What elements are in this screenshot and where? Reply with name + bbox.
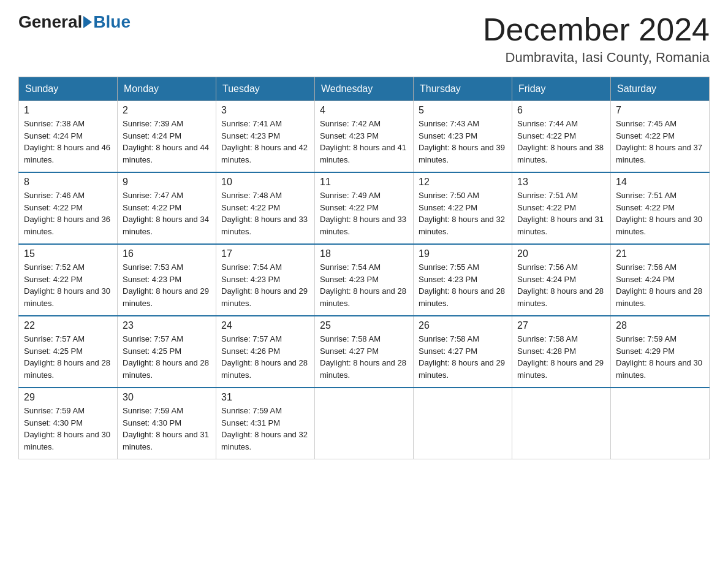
calendar-table: SundayMondayTuesdayWednesdayThursdayFrid… [18, 77, 710, 459]
calendar-cell [315, 388, 414, 459]
calendar-cell [611, 388, 710, 459]
day-info: Sunrise: 7:59 AMSunset: 4:30 PMDaylight:… [123, 405, 211, 453]
title-area: December 2024 Dumbravita, Iasi County, R… [483, 12, 710, 66]
day-number: 12 [419, 177, 507, 188]
week-row-3: 15Sunrise: 7:52 AMSunset: 4:22 PMDayligh… [19, 244, 710, 316]
day-info: Sunrise: 7:50 AMSunset: 4:22 PMDaylight:… [419, 190, 507, 237]
day-info: Sunrise: 7:59 AMSunset: 4:29 PMDaylight:… [616, 333, 704, 381]
calendar-cell: 9Sunrise: 7:47 AMSunset: 4:22 PMDaylight… [118, 172, 216, 244]
calendar-cell: 30Sunrise: 7:59 AMSunset: 4:30 PMDayligh… [118, 388, 216, 459]
day-info: Sunrise: 7:56 AMSunset: 4:24 PMDaylight:… [616, 261, 704, 309]
calendar-cell: 18Sunrise: 7:54 AMSunset: 4:23 PMDayligh… [315, 244, 414, 316]
weekday-header-sunday: Sunday [19, 77, 118, 101]
logo-general-text: General [18, 12, 82, 32]
day-info: Sunrise: 7:38 AMSunset: 4:24 PMDaylight:… [24, 118, 112, 166]
day-number: 28 [616, 320, 704, 331]
day-info: Sunrise: 7:54 AMSunset: 4:23 PMDaylight:… [221, 261, 309, 309]
calendar-cell: 31Sunrise: 7:59 AMSunset: 4:31 PMDayligh… [216, 388, 315, 459]
calendar-cell: 27Sunrise: 7:58 AMSunset: 4:28 PMDayligh… [512, 316, 611, 388]
day-number: 20 [517, 248, 605, 259]
day-number: 9 [123, 177, 211, 188]
day-number: 13 [517, 177, 605, 188]
day-number: 1 [24, 105, 112, 116]
day-number: 10 [221, 177, 309, 188]
day-info: Sunrise: 7:46 AMSunset: 4:22 PMDaylight:… [24, 190, 112, 237]
day-info: Sunrise: 7:57 AMSunset: 4:25 PMDaylight:… [123, 333, 211, 381]
day-number: 2 [123, 105, 211, 116]
day-info: Sunrise: 7:51 AMSunset: 4:22 PMDaylight:… [616, 190, 704, 237]
day-info: Sunrise: 7:59 AMSunset: 4:30 PMDaylight:… [24, 405, 112, 453]
calendar-cell: 20Sunrise: 7:56 AMSunset: 4:24 PMDayligh… [512, 244, 611, 316]
calendar-cell: 10Sunrise: 7:48 AMSunset: 4:22 PMDayligh… [216, 172, 315, 244]
day-info: Sunrise: 7:54 AMSunset: 4:23 PMDaylight:… [320, 261, 408, 309]
calendar-cell: 24Sunrise: 7:57 AMSunset: 4:26 PMDayligh… [216, 316, 315, 388]
day-number: 6 [517, 105, 605, 116]
weekday-header-monday: Monday [118, 77, 216, 101]
logo-arrow-icon [83, 16, 92, 28]
day-number: 15 [24, 248, 112, 259]
weekday-header-wednesday: Wednesday [315, 77, 414, 101]
day-info: Sunrise: 7:47 AMSunset: 4:22 PMDaylight:… [123, 190, 211, 237]
calendar-cell [414, 388, 512, 459]
day-number: 19 [419, 248, 507, 259]
day-number: 17 [221, 248, 309, 259]
day-number: 23 [123, 320, 211, 331]
day-number: 29 [24, 392, 112, 403]
calendar-cell: 23Sunrise: 7:57 AMSunset: 4:25 PMDayligh… [118, 316, 216, 388]
calendar-cell: 13Sunrise: 7:51 AMSunset: 4:22 PMDayligh… [512, 172, 611, 244]
day-info: Sunrise: 7:58 AMSunset: 4:27 PMDaylight:… [419, 333, 507, 381]
calendar-cell: 6Sunrise: 7:44 AMSunset: 4:22 PMDaylight… [512, 101, 611, 173]
day-info: Sunrise: 7:52 AMSunset: 4:22 PMDaylight:… [24, 261, 112, 309]
day-info: Sunrise: 7:57 AMSunset: 4:25 PMDaylight:… [24, 333, 112, 381]
day-info: Sunrise: 7:53 AMSunset: 4:23 PMDaylight:… [123, 261, 211, 309]
day-info: Sunrise: 7:39 AMSunset: 4:24 PMDaylight:… [123, 118, 211, 166]
page-header: General Blue December 2024 Dumbravita, I… [18, 12, 710, 66]
calendar-cell: 1Sunrise: 7:38 AMSunset: 4:24 PMDaylight… [19, 101, 118, 173]
weekday-header-friday: Friday [512, 77, 611, 101]
day-number: 7 [616, 105, 704, 116]
calendar-cell: 4Sunrise: 7:42 AMSunset: 4:23 PMDaylight… [315, 101, 414, 173]
day-number: 24 [221, 320, 309, 331]
calendar-cell: 2Sunrise: 7:39 AMSunset: 4:24 PMDaylight… [118, 101, 216, 173]
week-row-1: 1Sunrise: 7:38 AMSunset: 4:24 PMDaylight… [19, 101, 710, 173]
calendar-cell: 26Sunrise: 7:58 AMSunset: 4:27 PMDayligh… [414, 316, 512, 388]
day-number: 8 [24, 177, 112, 188]
calendar-cell: 22Sunrise: 7:57 AMSunset: 4:25 PMDayligh… [19, 316, 118, 388]
calendar-cell: 7Sunrise: 7:45 AMSunset: 4:22 PMDaylight… [611, 101, 710, 173]
calendar-cell: 16Sunrise: 7:53 AMSunset: 4:23 PMDayligh… [118, 244, 216, 316]
calendar-cell: 5Sunrise: 7:43 AMSunset: 4:23 PMDaylight… [414, 101, 512, 173]
day-number: 22 [24, 320, 112, 331]
calendar-cell [512, 388, 611, 459]
day-number: 11 [320, 177, 408, 188]
day-info: Sunrise: 7:45 AMSunset: 4:22 PMDaylight:… [616, 118, 704, 166]
logo-blue-text: Blue [93, 12, 131, 32]
calendar-cell: 12Sunrise: 7:50 AMSunset: 4:22 PMDayligh… [414, 172, 512, 244]
calendar-cell: 3Sunrise: 7:41 AMSunset: 4:23 PMDaylight… [216, 101, 315, 173]
day-info: Sunrise: 7:58 AMSunset: 4:28 PMDaylight:… [517, 333, 605, 381]
logo-area: General Blue [18, 12, 131, 32]
calendar-cell: 14Sunrise: 7:51 AMSunset: 4:22 PMDayligh… [611, 172, 710, 244]
calendar-cell: 8Sunrise: 7:46 AMSunset: 4:22 PMDaylight… [19, 172, 118, 244]
day-number: 5 [419, 105, 507, 116]
day-number: 31 [221, 392, 309, 403]
day-info: Sunrise: 7:42 AMSunset: 4:23 PMDaylight:… [320, 118, 408, 166]
weekday-header-saturday: Saturday [611, 77, 710, 101]
day-number: 4 [320, 105, 408, 116]
day-info: Sunrise: 7:59 AMSunset: 4:31 PMDaylight:… [221, 405, 309, 453]
day-info: Sunrise: 7:44 AMSunset: 4:22 PMDaylight:… [517, 118, 605, 166]
day-info: Sunrise: 7:41 AMSunset: 4:23 PMDaylight:… [221, 118, 309, 166]
day-info: Sunrise: 7:48 AMSunset: 4:22 PMDaylight:… [221, 190, 309, 237]
calendar-cell: 25Sunrise: 7:58 AMSunset: 4:27 PMDayligh… [315, 316, 414, 388]
day-info: Sunrise: 7:43 AMSunset: 4:23 PMDaylight:… [419, 118, 507, 166]
calendar-cell: 11Sunrise: 7:49 AMSunset: 4:22 PMDayligh… [315, 172, 414, 244]
calendar-cell: 28Sunrise: 7:59 AMSunset: 4:29 PMDayligh… [611, 316, 710, 388]
week-row-5: 29Sunrise: 7:59 AMSunset: 4:30 PMDayligh… [19, 388, 710, 459]
week-row-2: 8Sunrise: 7:46 AMSunset: 4:22 PMDaylight… [19, 172, 710, 244]
day-number: 14 [616, 177, 704, 188]
weekday-header-thursday: Thursday [414, 77, 512, 101]
weekday-header-tuesday: Tuesday [216, 77, 315, 101]
day-info: Sunrise: 7:51 AMSunset: 4:22 PMDaylight:… [517, 190, 605, 237]
day-number: 16 [123, 248, 211, 259]
day-info: Sunrise: 7:57 AMSunset: 4:26 PMDaylight:… [221, 333, 309, 381]
day-number: 3 [221, 105, 309, 116]
